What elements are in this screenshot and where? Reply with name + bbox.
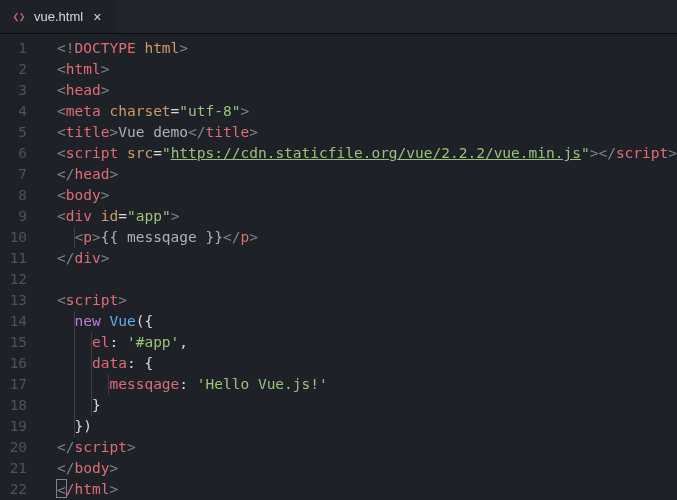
indent-guide — [108, 374, 109, 395]
line-number: 3 — [0, 80, 27, 101]
line-number: 18 — [0, 395, 27, 416]
line-number: 12 — [0, 269, 27, 290]
line-number: 15 — [0, 332, 27, 353]
line-number: 7 — [0, 164, 27, 185]
line-number: 17 — [0, 374, 27, 395]
code-line[interactable]: <meta charset="utf-8"> — [57, 101, 677, 122]
code-line[interactable]: <body> — [57, 185, 677, 206]
code-line[interactable]: <head> — [57, 80, 677, 101]
tab-vue-html[interactable]: vue.html × — [0, 0, 115, 33]
line-number: 19 — [0, 416, 27, 437]
code-line[interactable]: <script src="https://cdn.staticfile.org/… — [57, 143, 677, 164]
code-line[interactable]: new Vue({ — [57, 311, 677, 332]
code-line[interactable]: </html> — [57, 479, 677, 500]
line-number: 4 — [0, 101, 27, 122]
indent-guide — [74, 395, 75, 416]
line-number: 2 — [0, 59, 27, 80]
line-number: 9 — [0, 206, 27, 227]
line-number: 5 — [0, 122, 27, 143]
line-number: 22 — [0, 479, 27, 500]
line-number: 10 — [0, 227, 27, 248]
code-line[interactable]: <script> — [57, 290, 677, 311]
code-line[interactable] — [57, 269, 677, 290]
code-line[interactable]: <div id="app"> — [57, 206, 677, 227]
indent-guide — [74, 353, 75, 374]
indent-guide — [74, 374, 75, 395]
code-line[interactable]: </script> — [57, 437, 677, 458]
code-line[interactable]: el: '#app', — [57, 332, 677, 353]
line-number: 11 — [0, 248, 27, 269]
tab-bar: vue.html × — [0, 0, 677, 34]
code-line[interactable]: <p>{{ messqage }}</p> — [57, 227, 677, 248]
line-number: 13 — [0, 290, 27, 311]
indent-guide — [74, 332, 75, 353]
line-number: 14 — [0, 311, 27, 332]
code-line[interactable]: </head> — [57, 164, 677, 185]
code-file-icon — [12, 10, 26, 24]
indent-guide — [91, 353, 92, 374]
line-number: 6 — [0, 143, 27, 164]
line-number: 21 — [0, 458, 27, 479]
code-line[interactable]: <title>Vue demo</title> — [57, 122, 677, 143]
line-number: 16 — [0, 353, 27, 374]
code-area[interactable]: <!DOCTYPE html><html><head><meta charset… — [43, 34, 677, 500]
line-number: 20 — [0, 437, 27, 458]
line-number: 1 — [0, 38, 27, 59]
code-line[interactable]: messqage: 'Hello Vue.js!' — [57, 374, 677, 395]
code-line[interactable]: data: { — [57, 353, 677, 374]
indent-guide — [74, 311, 75, 332]
line-number: 8 — [0, 185, 27, 206]
code-line[interactable]: </body> — [57, 458, 677, 479]
indent-guide — [91, 395, 92, 416]
code-line[interactable]: <html> — [57, 59, 677, 80]
code-line[interactable]: <!DOCTYPE html> — [57, 38, 677, 59]
line-number-gutter: 12345678910111213141516171819202122 — [0, 34, 43, 500]
code-editor[interactable]: 12345678910111213141516171819202122 <!DO… — [0, 34, 677, 500]
code-line[interactable]: }) — [57, 416, 677, 437]
code-line[interactable]: } — [57, 395, 677, 416]
tab-filename: vue.html — [34, 9, 83, 24]
indent-guide — [74, 227, 75, 248]
indent-guide — [74, 416, 75, 437]
indent-guide — [91, 332, 92, 353]
close-icon[interactable]: × — [91, 10, 103, 24]
code-line[interactable]: </div> — [57, 248, 677, 269]
indent-guide — [91, 374, 92, 395]
